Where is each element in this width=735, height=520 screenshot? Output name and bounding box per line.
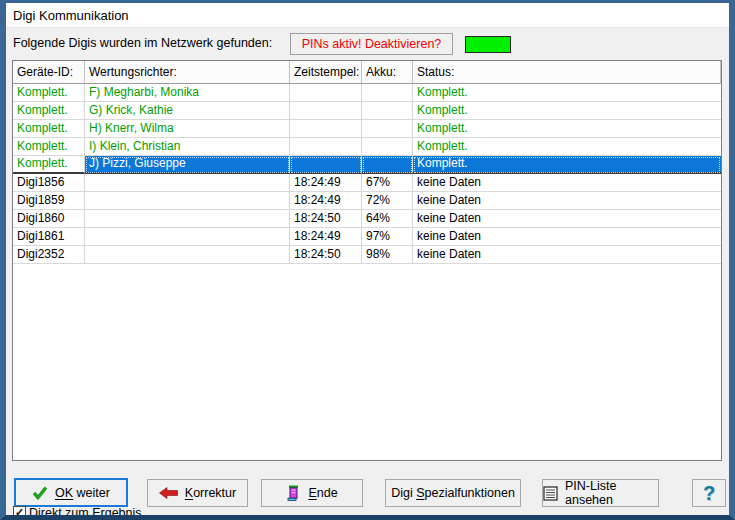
help-label: ?	[703, 482, 715, 505]
korrektur-button[interactable]: Korrektur	[147, 479, 248, 507]
pin-liste-label: PIN-Liste ansehen	[565, 479, 658, 507]
table-cell[interactable]	[85, 192, 290, 210]
table-row[interactable]: Digi185918:24:4972%keine Daten	[13, 192, 721, 210]
table-cell[interactable]: Digi1859	[13, 192, 85, 210]
table-cell[interactable]	[362, 138, 413, 156]
table-cell[interactable]: Digi2352	[13, 246, 85, 264]
pins-active-button[interactable]: PINs aktiv! Deaktivieren?	[290, 33, 453, 55]
status-indicator	[465, 36, 511, 53]
found-devices-label: Folgende Digis wurden im Netzwerk gefund…	[13, 33, 272, 54]
table-cell[interactable]	[290, 156, 362, 174]
table-cell[interactable]	[290, 84, 362, 102]
table-cell[interactable]	[362, 120, 413, 138]
table-cell[interactable]: F) Megharbi, Monika	[85, 84, 290, 102]
digi-kommunikation-dialog: Digi Kommunikation Folgende Digis wurden…	[0, 0, 735, 520]
table-cell[interactable]: Digi1856	[13, 174, 85, 192]
table-cell[interactable]: 72%	[362, 192, 413, 210]
table-row[interactable]: Digi186118:24:4997%keine Daten	[13, 228, 721, 246]
check-icon	[32, 486, 48, 500]
pins-active-button-label: PINs aktiv! Deaktivieren?	[302, 37, 442, 51]
checkbox-label: Direkt zum Ergebnis	[29, 506, 142, 520]
table-row[interactable]: Digi186018:24:5064%keine Daten	[13, 210, 721, 228]
checkbox-check: ✓	[15, 507, 24, 518]
column-header[interactable]: Akku:	[362, 61, 413, 84]
table-cell[interactable]	[362, 156, 413, 174]
table-cell[interactable]: 18:24:49	[290, 192, 362, 210]
grid-body: Komplett.F) Megharbi, MonikaKomplett.Kom…	[13, 84, 721, 264]
table-row[interactable]: Digi185618:24:4967%keine Daten	[13, 174, 721, 192]
ok-weiter-button[interactable]: OK weiter	[14, 478, 128, 507]
table-row[interactable]: Digi235218:24:5098%keine Daten	[13, 246, 721, 264]
table-cell[interactable]: 67%	[362, 174, 413, 192]
ok-weiter-label: OK weiter	[55, 486, 110, 500]
column-header[interactable]: Status:	[413, 61, 721, 84]
table-cell[interactable]: 18:24:50	[290, 210, 362, 228]
table-cell[interactable]	[290, 102, 362, 120]
table-cell[interactable]: keine Daten	[413, 192, 721, 210]
direkt-checkbox[interactable]: ✓ Direkt zum Ergebnis	[13, 505, 142, 520]
table-cell[interactable]: Digi1860	[13, 210, 85, 228]
table-cell[interactable]: Digi1861	[13, 228, 85, 246]
table-row[interactable]: Komplett.H) Knerr, WilmaKomplett.	[13, 120, 721, 138]
table-cell[interactable]	[362, 84, 413, 102]
table-cell[interactable]	[85, 228, 290, 246]
table-cell[interactable]: Komplett.	[413, 102, 721, 120]
table-row[interactable]: Komplett.I) Klein, ChristianKomplett.	[13, 138, 721, 156]
table-cell[interactable]: H) Knerr, Wilma	[85, 120, 290, 138]
table-cell[interactable]: keine Daten	[413, 174, 721, 192]
table-cell[interactable]: 98%	[362, 246, 413, 264]
ende-button[interactable]: Ende	[261, 479, 363, 507]
table-cell[interactable]: 97%	[362, 228, 413, 246]
pin-liste-ansehen-button[interactable]: PIN-Liste ansehen	[542, 479, 659, 507]
table-cell[interactable]: 18:24:49	[290, 228, 362, 246]
table-cell[interactable]: 64%	[362, 210, 413, 228]
digi-spezialfunktionen-button[interactable]: Digi Spezialfunktionen	[385, 479, 521, 507]
table-cell[interactable]	[362, 102, 413, 120]
list-icon	[543, 486, 558, 501]
table-header-row: Geräte-ID:Wertungsrichter:Zeitstempel:Ak…	[13, 61, 721, 84]
table-cell[interactable]	[85, 174, 290, 192]
checkbox-box[interactable]: ✓	[13, 506, 26, 519]
table-cell[interactable]	[290, 138, 362, 156]
column-header[interactable]: Wertungsrichter:	[85, 61, 290, 84]
table-cell[interactable]: keine Daten	[413, 210, 721, 228]
table-cell[interactable]	[85, 246, 290, 264]
column-header[interactable]: Zeitstempel:	[290, 61, 362, 84]
table-cell[interactable]: 18:24:49	[290, 174, 362, 192]
table-cell[interactable]	[290, 120, 362, 138]
digi-spezialfunktionen-label: Digi Spezialfunktionen	[391, 486, 515, 500]
table-cell[interactable]: Komplett.	[413, 156, 721, 174]
table-cell[interactable]	[85, 210, 290, 228]
table-cell[interactable]: J) Pizzi, Giuseppe	[85, 156, 290, 174]
table-cell[interactable]: Komplett.	[13, 102, 85, 120]
table-cell[interactable]: Komplett.	[13, 138, 85, 156]
page-title: Digi Kommunikation	[13, 8, 129, 23]
help-button[interactable]: ?	[692, 479, 726, 507]
table-cell[interactable]: Komplett.	[413, 84, 721, 102]
table-cell[interactable]: Komplett.	[13, 84, 85, 102]
table-cell[interactable]: keine Daten	[413, 246, 721, 264]
titlebar: Digi Kommunikation	[6, 3, 729, 28]
table-cell[interactable]: keine Daten	[413, 228, 721, 246]
device-table[interactable]: Geräte-ID:Wertungsrichter:Zeitstempel:Ak…	[12, 60, 722, 461]
table-cell[interactable]: I) Klein, Christian	[85, 138, 290, 156]
table-row[interactable]: Komplett.G) Krick, KathieKomplett.	[13, 102, 721, 120]
table-cell[interactable]: 18:24:50	[290, 246, 362, 264]
table-cell[interactable]: Komplett.	[413, 138, 721, 156]
column-header[interactable]: Geräte-ID:	[13, 61, 85, 84]
ende-label: Ende	[308, 486, 337, 500]
table-row[interactable]: Komplett.F) Megharbi, MonikaKomplett.	[13, 84, 721, 102]
arrow-left-icon	[159, 487, 178, 499]
table-cell[interactable]: Komplett.	[13, 120, 85, 138]
table-cell[interactable]: Komplett.	[413, 120, 721, 138]
table-cell[interactable]: G) Krick, Kathie	[85, 102, 290, 120]
table-row[interactable]: Komplett.J) Pizzi, GiuseppeKomplett.	[13, 156, 721, 174]
table-cell[interactable]: Komplett.	[13, 156, 85, 174]
korrektur-label: Korrektur	[185, 486, 236, 500]
door-icon	[286, 485, 301, 501]
